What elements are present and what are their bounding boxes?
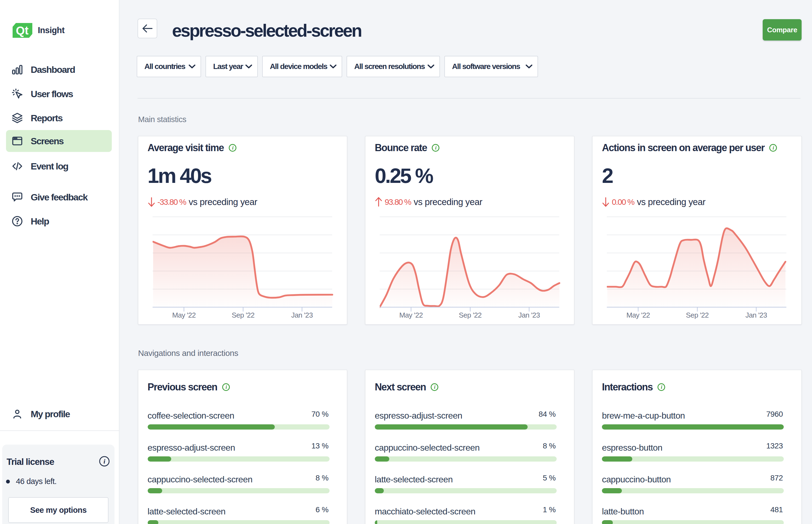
- svg-text:Sep '22: Sep '22: [459, 311, 482, 319]
- svg-text:Sep '22: Sep '22: [232, 311, 254, 319]
- svg-text:i: i: [232, 145, 234, 151]
- svg-text:May '22: May '22: [172, 311, 196, 319]
- svg-text:i: i: [104, 458, 106, 465]
- svg-text:i: i: [434, 384, 436, 390]
- svg-text:Qt: Qt: [16, 24, 29, 37]
- svg-text:May '22: May '22: [399, 311, 423, 319]
- svg-text:i: i: [435, 145, 437, 151]
- svg-text:i: i: [225, 384, 227, 390]
- svg-text:Jan '23: Jan '23: [745, 311, 767, 319]
- svg-text:Jan '23: Jan '23: [518, 311, 540, 319]
- svg-text:May '22: May '22: [626, 311, 650, 319]
- svg-text:i: i: [773, 145, 774, 151]
- svg-text:i: i: [661, 384, 663, 390]
- svg-text:Jan '23: Jan '23: [291, 311, 313, 319]
- svg-text:Sep '22: Sep '22: [686, 311, 709, 319]
